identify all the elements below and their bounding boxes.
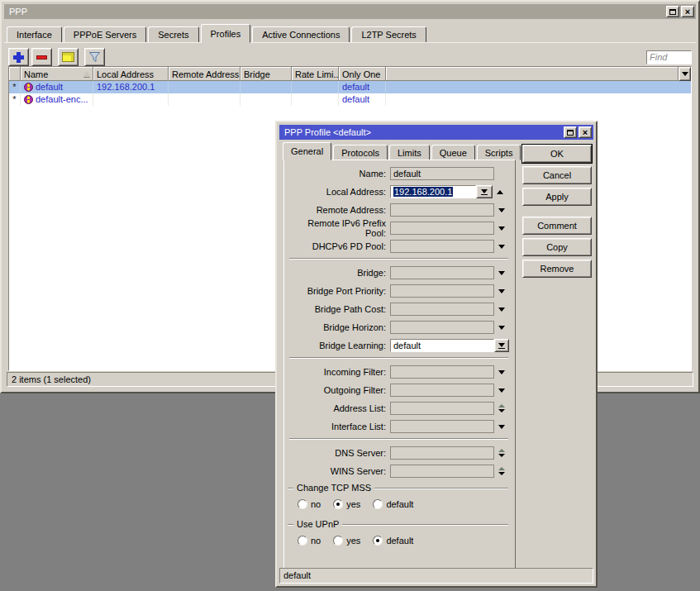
separator <box>289 438 508 440</box>
tab-active-connections[interactable]: Active Connections <box>252 26 350 43</box>
radio-upnp-default[interactable]: default <box>373 536 413 546</box>
tab-pppoe-servers[interactable]: PPPoE Servers <box>64 26 146 43</box>
find-input[interactable] <box>646 50 692 64</box>
tab-interface[interactable]: Interface <box>7 26 62 43</box>
local-address-field[interactable]: 192.168.200.1 <box>390 185 476 198</box>
bridge-learning-label: Bridge Learning: <box>288 341 390 350</box>
bridge-learning-field[interactable]: default <box>390 339 494 352</box>
chevron-down-icon[interactable] <box>498 326 505 330</box>
bridge-field[interactable] <box>390 266 494 279</box>
tab-limits[interactable]: Limits <box>389 145 430 160</box>
ok-button[interactable]: OK <box>522 145 592 163</box>
apply-button[interactable]: Apply <box>522 188 592 206</box>
maximize-icon <box>669 9 676 15</box>
table-row[interactable]: * default-enc... default <box>9 93 691 106</box>
window-title: PPP <box>9 7 27 17</box>
comment-button[interactable]: Comment <box>522 217 592 235</box>
maximize-button[interactable] <box>666 6 679 17</box>
bridge-port-priority-label: Bridge Port Priority: <box>288 286 390 296</box>
remote-address-field[interactable] <box>390 203 494 217</box>
desktop: { "main_window": { "title": "PPP", "tabs… <box>0 0 700 591</box>
tab-queue[interactable]: Queue <box>431 145 475 160</box>
radio-upnp-no[interactable]: no <box>298 536 321 546</box>
remove-button[interactable] <box>31 48 52 66</box>
outgoing-filter-label: Outgoing Filter: <box>288 385 390 395</box>
maximize-icon <box>567 130 574 136</box>
remove-button[interactable]: Remove <box>522 260 592 278</box>
dhcpv6-pd-pool-field[interactable] <box>390 240 494 253</box>
bridge-path-cost-field[interactable] <box>390 303 494 316</box>
comment-button[interactable] <box>58 48 79 66</box>
radio-icon <box>298 499 307 509</box>
bridge-port-priority-field[interactable] <box>390 284 494 298</box>
chevron-down-icon[interactable] <box>498 370 505 374</box>
profile-name: default-enc... <box>36 93 88 106</box>
radio-tcp-mss-yes[interactable]: yes <box>333 499 360 509</box>
interface-list-field[interactable] <box>390 420 494 433</box>
wins-server-field[interactable] <box>390 465 494 478</box>
general-tab-page: Name: default Local Address: 192.168.200… <box>283 160 516 570</box>
cancel-button[interactable]: Cancel <box>522 166 592 184</box>
ppp-window-titlebar[interactable]: PPP × <box>4 4 696 19</box>
column-header-only-one[interactable]: Only One <box>339 67 386 81</box>
up-down-icon[interactable] <box>498 404 505 412</box>
copy-button[interactable]: Copy <box>522 238 592 256</box>
column-header-remote-address[interactable]: Remote Address <box>169 67 240 81</box>
tab-secrets[interactable]: Secrets <box>148 26 198 43</box>
dialog-title: PPP Profile <default> <box>284 127 371 137</box>
column-chooser-button[interactable] <box>679 67 691 81</box>
radio-upnp-yes[interactable]: yes <box>333 536 360 546</box>
chevron-down-icon[interactable] <box>498 307 505 312</box>
chevron-down-icon[interactable] <box>498 208 505 212</box>
tab-scripts[interactable]: Scripts <box>477 145 521 160</box>
name-field[interactable]: default <box>390 167 494 180</box>
add-button[interactable] <box>8 48 29 66</box>
separator <box>289 258 508 260</box>
outgoing-filter-field[interactable] <box>390 384 494 397</box>
main-tab-bar: Interface PPPoE Servers Secrets Profiles… <box>7 24 428 43</box>
column-header-name[interactable]: Name <box>21 67 93 81</box>
column-header-bridge[interactable]: Bridge <box>240 67 292 81</box>
chevron-up-icon[interactable] <box>497 190 503 194</box>
chevron-down-icon[interactable] <box>498 289 505 293</box>
chevron-down-icon[interactable] <box>498 425 505 429</box>
radio-tcp-mss-no[interactable]: no <box>298 499 321 509</box>
ppp-profile-dialog: PPP Profile <default> × General Protocol… <box>275 121 598 588</box>
incoming-filter-field[interactable] <box>390 365 494 379</box>
column-header-flag[interactable] <box>9 67 21 81</box>
column-header-local-address[interactable]: Local Address <box>93 67 169 81</box>
dns-server-field[interactable] <box>390 446 494 460</box>
address-list-field[interactable] <box>390 402 494 415</box>
filter-button[interactable] <box>84 48 105 66</box>
chevron-down-icon[interactable] <box>498 271 505 275</box>
bridge-horizon-field[interactable] <box>390 321 494 334</box>
dropdown-list-button[interactable] <box>476 185 493 198</box>
ppp-profile-icon <box>24 95 33 104</box>
maximize-button[interactable] <box>564 126 577 138</box>
upnp-group-label: Use UPnP <box>293 519 342 529</box>
dns-server-label: DNS Server: <box>288 448 390 458</box>
chevron-down-icon[interactable] <box>498 226 505 231</box>
dropdown-list-button[interactable] <box>494 339 509 352</box>
table-row[interactable]: * default 192.168.200.1 default <box>9 81 691 93</box>
close-button[interactable]: × <box>681 6 694 17</box>
bridge-path-cost-label: Bridge Path Cost: <box>288 304 390 314</box>
tab-protocols[interactable]: Protocols <box>333 145 388 160</box>
dialog-titlebar[interactable]: PPP Profile <default> × <box>279 125 593 140</box>
tab-profiles[interactable]: Profiles <box>201 24 251 43</box>
note-icon <box>62 52 74 62</box>
tcp-mss-group-label: Change TCP MSS <box>293 483 374 493</box>
tab-general[interactable]: General <box>283 142 331 160</box>
chevron-down-icon[interactable] <box>498 245 505 249</box>
chevron-down-icon[interactable] <box>498 388 505 393</box>
close-button[interactable]: × <box>579 126 592 138</box>
tab-l2tp-secrets[interactable]: L2TP Secrets <box>351 26 426 43</box>
radio-tcp-mss-default[interactable]: default <box>373 499 413 509</box>
remote-ipv6-prefix-pool-field[interactable] <box>390 222 494 235</box>
minus-icon <box>36 55 47 60</box>
column-header-rate-limit[interactable]: Rate Limi... <box>292 67 339 81</box>
up-down-icon[interactable] <box>498 449 505 457</box>
dhcpv6-pd-pool-label: DHCPv6 PD Pool: <box>288 241 390 251</box>
up-down-icon[interactable] <box>498 467 505 475</box>
tcp-mss-group-header: Change TCP MSS <box>288 483 508 493</box>
